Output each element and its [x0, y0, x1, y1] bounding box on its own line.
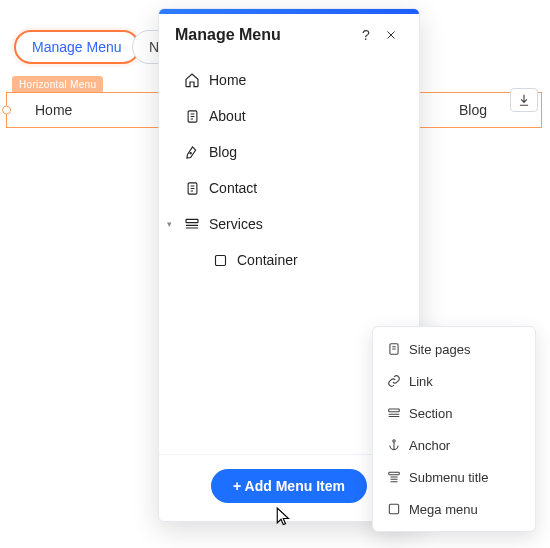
menu-item-container[interactable]: Container — [159, 242, 419, 278]
popup-item-site-pages[interactable]: Site pages — [373, 333, 535, 365]
svg-rect-8 — [389, 472, 400, 474]
close-icon[interactable] — [385, 29, 403, 41]
menu-item-contact[interactable]: Contact — [159, 170, 419, 206]
page-icon — [181, 109, 203, 124]
resize-handle[interactable] — [2, 106, 11, 115]
caret-down-icon[interactable]: ▾ — [167, 219, 172, 229]
download-icon — [517, 93, 531, 107]
add-item-popup: Site pages Link Section Anchor Submenu t… — [372, 326, 536, 532]
menu-bar-item-home[interactable]: Home — [7, 102, 100, 118]
label: Home — [209, 72, 246, 88]
label: Container — [237, 252, 298, 268]
mega-menu-icon — [387, 502, 409, 516]
download-button[interactable] — [510, 88, 538, 112]
section-icon — [181, 216, 203, 232]
svg-point-1 — [190, 152, 191, 153]
label: Services — [209, 216, 263, 232]
label: Submenu title — [409, 470, 489, 485]
help-icon[interactable]: ? — [357, 27, 375, 43]
add-menu-item-button[interactable]: + Add Menu Item — [211, 469, 367, 503]
popup-item-submenu[interactable]: Submenu title — [373, 461, 535, 493]
label: Anchor — [409, 438, 450, 453]
label: Manage Menu — [32, 39, 122, 55]
popup-item-anchor[interactable]: Anchor — [373, 429, 535, 461]
svg-rect-3 — [186, 219, 198, 222]
svg-rect-6 — [389, 409, 400, 412]
label: Mega menu — [409, 502, 478, 517]
svg-rect-4 — [215, 255, 225, 265]
svg-point-7 — [393, 440, 395, 442]
page-icon — [387, 342, 409, 356]
horizontal-menu-tag: Horizontal Menu — [12, 76, 103, 93]
label: Blog — [209, 144, 237, 160]
menu-item-services[interactable]: ▾ Services — [159, 206, 419, 242]
menu-item-about[interactable]: About — [159, 98, 419, 134]
label: Horizontal Menu — [19, 79, 96, 90]
home-icon — [181, 72, 203, 88]
container-icon — [209, 253, 231, 268]
panel-header: Manage Menu ? — [159, 14, 419, 56]
submenu-icon — [387, 470, 409, 484]
label: Contact — [209, 180, 257, 196]
manage-menu-pill[interactable]: Manage Menu — [14, 30, 140, 64]
label: Home — [35, 102, 72, 118]
popup-item-mega-menu[interactable]: Mega menu — [373, 493, 535, 525]
section-icon — [387, 406, 409, 420]
menu-item-blog[interactable]: Blog — [159, 134, 419, 170]
menu-item-home[interactable]: Home — [159, 62, 419, 98]
label: About — [209, 108, 246, 124]
link-icon — [387, 374, 409, 388]
label: Site pages — [409, 342, 470, 357]
anchor-icon — [387, 438, 409, 452]
label: Blog — [459, 102, 487, 118]
popup-item-section[interactable]: Section — [373, 397, 535, 429]
label: Section — [409, 406, 452, 421]
page-icon — [181, 181, 203, 196]
svg-rect-9 — [389, 504, 398, 513]
label: Link — [409, 374, 433, 389]
panel-title: Manage Menu — [175, 26, 347, 44]
pen-icon — [181, 145, 203, 160]
label: + Add Menu Item — [233, 478, 345, 494]
popup-item-link[interactable]: Link — [373, 365, 535, 397]
